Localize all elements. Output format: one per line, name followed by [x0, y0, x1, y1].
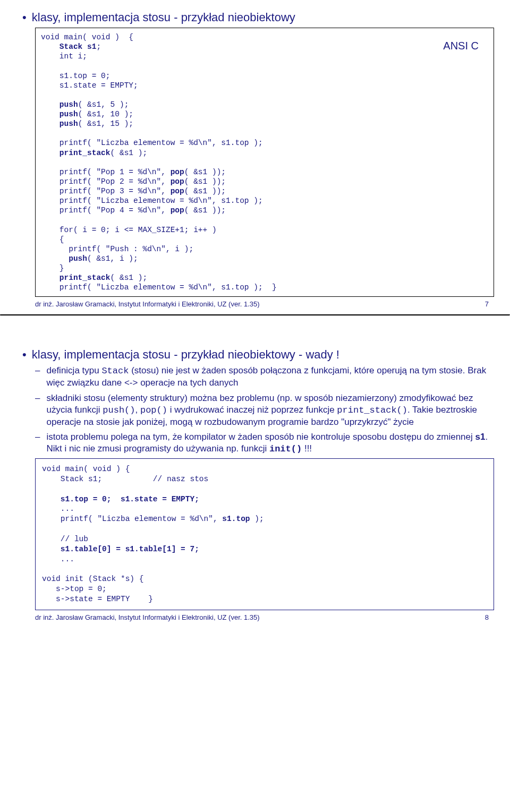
code-line: pop — [171, 168, 184, 176]
code-line: printf( "Push : %d\n", i ); — [41, 245, 193, 253]
code-line: for( i = 0; i <= MAX_SIZE+1; i++ ) — [41, 226, 217, 234]
code-line: printf( "Liczba elementow = %d\n", s1.to… — [41, 139, 263, 147]
bullet-text: istota problemu polega na tym, że kompil… — [46, 431, 494, 455]
code-block-1: void main( void ) { Stack s1; int i; s1.… — [41, 32, 488, 292]
code-line: s1.table[0] = s1.table[1] = 7; — [42, 545, 199, 553]
code-line: Stack s1 — [41, 42, 96, 51]
code-line: s1.top = 0; s1.state = EMPTY; — [42, 495, 199, 503]
code-line: ); — [250, 515, 264, 523]
code-line: push — [41, 100, 78, 109]
code-block-1-outer: ANSI C void main( void ) { Stack s1; int… — [35, 28, 494, 297]
code-line: ( &s1, 10 ); — [78, 110, 133, 118]
code-line: Stack s1; // nasz stos — [42, 475, 208, 483]
code-line: ( &s1, i ); — [87, 254, 138, 263]
slide-2: klasy, implementacja stosu - przykład ni… — [0, 316, 510, 627]
code-line: { — [41, 235, 64, 244]
code-line: s1.top = 0; — [41, 72, 110, 80]
code-line: ( &s1 )); — [184, 168, 226, 176]
code-line: printf( "Pop 3 = %d\n", — [41, 187, 171, 195]
code-line: } — [41, 264, 64, 272]
slide-2-heading: klasy, implementacja stosu - przykład ni… — [22, 348, 494, 362]
code-block-2: void main( void ) { Stack s1; // nasz st… — [35, 458, 494, 610]
slide-1: klasy, implementacja stosu - przykład ni… — [0, 0, 510, 314]
code-line: push — [41, 254, 87, 263]
code-line: // lub — [42, 535, 88, 543]
code-line: pop — [171, 187, 184, 195]
code-line: push — [41, 110, 78, 118]
code-line: void init (Stack *s) { — [42, 575, 143, 583]
page-number: 7 — [485, 300, 489, 308]
code-line: ( &s1 ); — [110, 273, 148, 282]
code-line: printf( "Liczba elementow = %d\n", s1.to… — [41, 283, 277, 292]
code-line: ( &s1 )); — [184, 187, 226, 195]
code-line: printf( "Liczba elementow = %d\n", s1.to… — [41, 196, 263, 205]
code-line: printf( "Liczba elementow = %d\n", — [42, 515, 222, 523]
code-line: ( &s1 )); — [184, 206, 226, 215]
code-line: ( &s1, 5 ); — [78, 100, 129, 109]
page-number: 8 — [485, 613, 489, 621]
code-line: printf( "Pop 2 = %d\n", — [41, 177, 171, 186]
footer-text: dr inż. Jarosław Gramacki, Instytut Info… — [35, 613, 260, 621]
code-line: print_stack — [41, 273, 110, 282]
bullet-text: definicja typu Stack (stosu) nie jest w … — [46, 365, 494, 389]
bullet-item-1: definicja typu Stack (stosu) nie jest w … — [35, 365, 494, 389]
code-line: ; — [96, 42, 101, 51]
bullet-text: składniki stosu (elementy struktury) moż… — [46, 392, 494, 428]
code-line: ( &s1 )); — [184, 177, 226, 186]
code-line: printf( "Pop 4 = %d\n", — [41, 206, 171, 215]
code-line: print_stack — [41, 149, 110, 157]
footer-text: dr inż. Jarosław Gramacki, Instytut Info… — [35, 300, 260, 308]
code-line: ( &s1, 15 ); — [78, 119, 133, 128]
bullet-item-3: istota problemu polega na tym, że kompil… — [35, 431, 494, 455]
code-line: s1.state = EMPTY; — [41, 81, 138, 90]
slide-1-footer: dr inż. Jarosław Gramacki, Instytut Info… — [35, 300, 494, 308]
code-line: s->state = EMPTY } — [42, 595, 153, 603]
slide-1-heading: klasy, implementacja stosu - przykład ni… — [22, 11, 494, 24]
bullet-item-2: składniki stosu (elementy struktury) moż… — [35, 392, 494, 428]
code-line: pop — [171, 177, 184, 186]
code-line: s1.top — [222, 515, 250, 523]
code-line: printf( "Pop 1 = %d\n", — [41, 168, 171, 176]
code-line: int i; — [41, 52, 87, 61]
code-line: push — [41, 119, 78, 128]
code-line: pop — [171, 206, 184, 215]
slide-2-footer: dr inż. Jarosław Gramacki, Instytut Info… — [35, 613, 494, 621]
code-line: ( &s1 ); — [110, 149, 148, 157]
code-line: void main( void ) { — [41, 33, 133, 41]
code-line: ... — [42, 505, 74, 513]
code-line: void main( void ) { — [42, 465, 130, 473]
code-line: s->top = 0; — [42, 585, 107, 593]
code-line: ... — [42, 555, 74, 563]
ansi-c-label: ANSI C — [443, 40, 479, 52]
